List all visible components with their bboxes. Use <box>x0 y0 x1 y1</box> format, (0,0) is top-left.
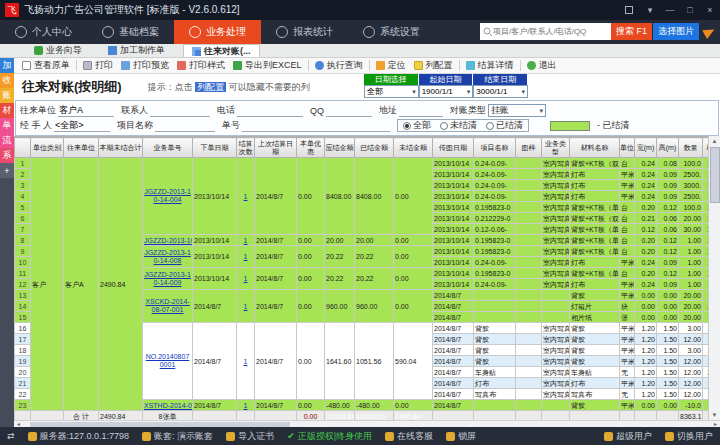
toolbar-view-button[interactable]: 查看原单 <box>18 59 74 72</box>
subtab-3[interactable]: 往来对账(... <box>183 44 260 57</box>
column-header-8[interactable]: 本单优惠 <box>297 138 325 158</box>
qq-input[interactable] <box>326 105 372 117</box>
ribbon-tab-2[interactable]: 基础档案 <box>87 20 174 44</box>
status-user[interactable]: 超级用户 <box>604 430 652 443</box>
settle-count-link[interactable]: 1 <box>237 235 255 246</box>
close-button[interactable]: × <box>700 3 720 17</box>
radio-未结清[interactable]: 未结清 <box>440 119 477 132</box>
column-header-5[interactable]: 下单日期 <box>193 138 237 158</box>
grid-cell <box>516 235 542 246</box>
order-number-link[interactable]: XSTHD-2014-08-0 <box>143 400 193 411</box>
toolbar-columns-button[interactable]: 列配置 <box>410 59 457 72</box>
horizontal-scroll-thumb[interactable] <box>30 422 290 427</box>
status-service[interactable]: 在线客服 <box>385 430 433 443</box>
settle-count-link[interactable]: 1 <box>237 246 255 268</box>
column-header-19[interactable]: 高(m) <box>657 138 679 158</box>
status-server: 服务器:127.0.0.1:7798 <box>28 430 130 443</box>
orderno-input[interactable] <box>242 120 390 132</box>
column-header-9[interactable]: 应结金额 <box>325 138 355 158</box>
horizontal-scrollbar[interactable]: ◄ ► <box>14 420 720 427</box>
toolbar-print-button[interactable]: 打印 <box>79 59 117 72</box>
scroll-up-icon[interactable]: ▲ <box>712 136 718 146</box>
settle-count-link[interactable]: 1 <box>237 323 255 400</box>
order-number-link[interactable]: JGZZD-2013-10-14-004 <box>143 158 193 235</box>
sidebar-tab-7[interactable]: 系 <box>0 148 14 163</box>
column-header-12[interactable]: 传图日期 <box>433 138 474 158</box>
sidebar-tab-3[interactable]: 账 <box>0 88 14 103</box>
column-header-15[interactable]: 业务类型 <box>542 138 570 158</box>
vertical-scrollbar[interactable]: ▲ ▼ <box>708 136 720 420</box>
toolbar-excel-button[interactable]: 导出到EXCEL <box>229 59 306 72</box>
ribbon-tab-4[interactable]: 报表统计 <box>261 20 348 44</box>
address-input[interactable] <box>399 105 443 117</box>
status-switch[interactable]: 切换用户 <box>665 430 713 443</box>
sidebar-tab-2[interactable]: 收 <box>0 73 14 88</box>
toolbar-preview-button[interactable]: 打印预览 <box>117 59 173 72</box>
toolbar-exit-button[interactable]: 退出 <box>523 59 561 72</box>
date-filter-combo-2[interactable]: 1900/1/1▾ <box>419 85 474 98</box>
column-header-10[interactable]: 已结金额 <box>355 138 394 158</box>
subtab-2[interactable]: 加工制作单 <box>100 44 173 57</box>
order-number-link[interactable]: XSCKD-2014-08-07-001 <box>143 290 193 323</box>
settle-count-link[interactable]: 1 <box>237 400 255 411</box>
maximize-button[interactable]: □ <box>680 3 700 17</box>
column-header-4[interactable]: 业务单号 <box>143 138 193 158</box>
order-number-link[interactable]: JGZZD-2013-10-14-009 <box>143 268 193 290</box>
sidebar-tab-8[interactable]: + <box>0 163 14 178</box>
search-input[interactable] <box>493 24 611 39</box>
column-header-2[interactable]: 往来单位 <box>64 138 99 158</box>
hint-column-config-link[interactable]: 列配置 <box>195 82 226 92</box>
theme-icon[interactable] <box>620 3 640 17</box>
toolbar-query-button[interactable]: 执行查询 <box>311 59 367 72</box>
column-header-13[interactable]: 项目名称 <box>474 138 516 158</box>
settle-count-link[interactable]: 1 <box>237 268 255 290</box>
vertical-scroll-thumb[interactable] <box>710 147 720 203</box>
radio-全部[interactable]: 全部 <box>403 119 431 132</box>
order-number-link[interactable]: JGZZD-2013-10-1 <box>143 235 193 246</box>
column-header-11[interactable]: 未结金额 <box>394 138 433 158</box>
ribbon-tab-5[interactable]: 系统设置 <box>348 20 435 44</box>
project-input[interactable] <box>155 120 215 132</box>
search-button[interactable]: 搜索 F1 <box>611 23 652 40</box>
column-header-1[interactable]: 单位类别 <box>31 138 64 158</box>
column-header-18[interactable]: 宽(m) <box>635 138 657 158</box>
ribbon-tab-3[interactable]: 业务处理 <box>174 20 261 44</box>
ribbon-tab-1[interactable]: 个人中心 <box>0 20 87 44</box>
scroll-down-icon[interactable]: ▼ <box>712 410 718 420</box>
status-cert[interactable]: 导入证书 <box>226 430 274 443</box>
sidebar-tab-6[interactable]: 流 <box>0 133 14 148</box>
status-left: ⇄服务器:127.0.0.1:7798账套: 演示账套导入证书✔正版授权|终身使… <box>7 430 476 443</box>
order-number-link[interactable]: NO.201408070001 <box>143 323 193 400</box>
settle-count-link[interactable]: 1 <box>237 158 255 235</box>
subtab-1[interactable]: 业务向导 <box>26 44 90 57</box>
column-header-7[interactable]: 上次结算日期 <box>255 138 297 158</box>
toolbar-locate-button[interactable]: 定位 <box>372 59 410 72</box>
phone-input[interactable] <box>237 105 303 117</box>
column-header-6[interactable]: 结算次数 <box>237 138 255 158</box>
pick-image-button[interactable]: 选择图片 <box>653 23 699 40</box>
minimize-button[interactable]: — <box>660 3 680 17</box>
sidebar-tab-4[interactable]: 材 <box>0 103 14 118</box>
column-header-3[interactable]: 本期未结合计 <box>99 138 143 158</box>
order-number-link[interactable]: JGZZD-2013-10-14-008 <box>143 246 193 268</box>
toolbar-style-button[interactable]: 打印样式 <box>173 59 229 72</box>
radio-已结清[interactable]: 已结清 <box>486 119 523 132</box>
status-lock[interactable]: 锁屏 <box>446 430 476 443</box>
column-header-rownum[interactable] <box>15 138 31 158</box>
column-header-16[interactable]: 材料名称 <box>570 138 620 158</box>
grid-cell: 20.00 <box>355 235 394 246</box>
sidebar-tab-5[interactable]: 单 <box>0 118 14 133</box>
sidebar-tab-1[interactable]: 加 <box>0 58 14 73</box>
column-header-20[interactable]: 数量 <box>679 138 703 158</box>
window-menu-icon[interactable]: ▾ <box>640 3 660 17</box>
contact-input[interactable] <box>150 105 210 117</box>
toolbar-settle-button[interactable]: 结算详情 <box>462 59 518 72</box>
handler-input[interactable] <box>54 120 110 132</box>
column-header-14[interactable]: 图样 <box>516 138 542 158</box>
date-filter-combo-3[interactable]: 3000/1/1▾ <box>473 85 528 98</box>
settle-count-link[interactable]: 1 <box>237 290 255 323</box>
reconcile-type-combo[interactable]: 挂账▾ <box>488 104 546 117</box>
date-filter-combo-1[interactable]: 全部▾ <box>364 85 419 98</box>
column-header-17[interactable]: 单位 <box>620 138 635 158</box>
customer-input[interactable] <box>58 105 114 117</box>
